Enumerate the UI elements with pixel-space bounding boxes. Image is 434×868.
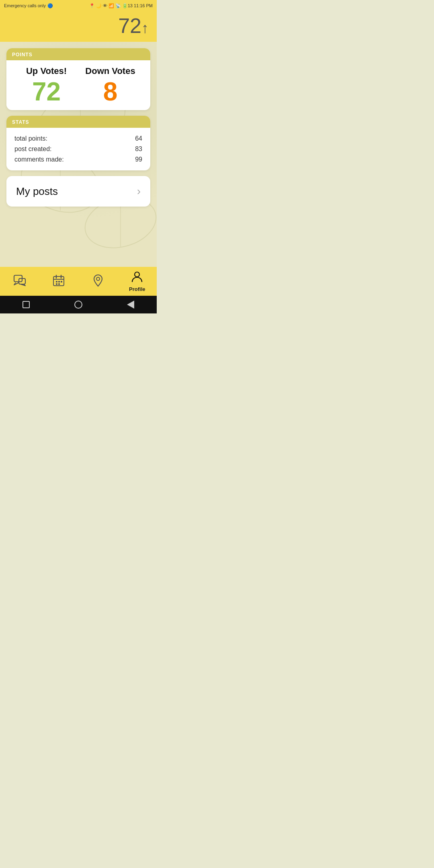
stats-card-body: total points: 64 post created: 83 commen… <box>6 128 150 170</box>
main-content: POINTS Up Votes! 72 Down Votes 8 STATS t… <box>0 42 157 267</box>
stat-value-0: 64 <box>135 135 142 142</box>
emergency-text: Emergency calls only <box>4 3 46 8</box>
downvotes-section: Down Votes 8 <box>78 66 142 104</box>
score-value: 72 <box>118 14 141 37</box>
battery-icon: 🔋13 <box>122 3 133 8</box>
points-card-body: Up Votes! 72 Down Votes 8 <box>6 60 150 110</box>
svg-point-17 <box>96 277 100 280</box>
stat-row-1: post created: 83 <box>14 144 142 154</box>
status-bar: Emergency calls only 🔵 📍 🌙 👁 📶 📡 🔋13 11:… <box>0 0 157 11</box>
moon-icon: 🌙 <box>96 3 102 8</box>
stat-row-2: comments made: 99 <box>14 154 142 165</box>
nav-item-chat[interactable] <box>0 274 39 289</box>
stat-label-0: total points: <box>14 135 47 142</box>
profile-nav-label: Profile <box>129 286 145 292</box>
back-button[interactable] <box>125 299 136 310</box>
downvotes-value: 8 <box>78 79 142 104</box>
my-posts-card-body[interactable]: My posts › <box>6 176 150 207</box>
stat-label-1: post created: <box>14 145 52 153</box>
my-posts-card[interactable]: My posts › <box>6 176 150 207</box>
header: 72↑ <box>0 11 157 42</box>
header-score: 72↑ <box>8 15 149 36</box>
bottom-nav: Profile <box>0 267 157 296</box>
stat-label-2: comments made: <box>14 156 64 163</box>
time-display: 11:16 PM <box>134 3 153 8</box>
system-nav <box>0 296 157 313</box>
svg-rect-13 <box>58 281 60 283</box>
svg-rect-12 <box>56 281 57 283</box>
stat-row-0: total points: 64 <box>14 133 142 144</box>
points-card-header: POINTS <box>6 48 150 60</box>
chat-icon <box>13 274 26 289</box>
downvotes-label: Down Votes <box>78 66 142 76</box>
stat-value-1: 83 <box>135 145 142 153</box>
score-arrow: ↑ <box>141 20 149 36</box>
upvotes-value: 72 <box>14 79 78 104</box>
chevron-right-icon: › <box>137 185 141 198</box>
eye-icon: 👁 <box>103 3 107 8</box>
recent-apps-button[interactable] <box>20 299 32 310</box>
calendar-icon <box>53 274 65 289</box>
points-label: POINTS <box>12 52 33 57</box>
messenger-icon: 🔵 <box>47 3 53 8</box>
wifi-icon: 📶 <box>108 3 114 8</box>
stat-value-2: 99 <box>135 156 142 163</box>
profile-icon <box>131 270 143 285</box>
nav-item-location[interactable] <box>78 274 118 289</box>
svg-point-18 <box>135 272 139 277</box>
home-button[interactable] <box>73 299 84 310</box>
stats-card-header: STATS <box>6 116 150 128</box>
location-icon: 📍 <box>89 3 95 8</box>
stats-label: STATS <box>12 119 29 125</box>
signal-icon: 📡 <box>115 3 121 8</box>
my-posts-label: My posts <box>16 185 58 198</box>
svg-rect-16 <box>58 283 60 285</box>
points-card: POINTS Up Votes! 72 Down Votes 8 <box>6 48 150 110</box>
upvotes-section: Up Votes! 72 <box>14 66 78 104</box>
nav-item-profile[interactable]: Profile <box>118 270 157 292</box>
status-right: 📍 🌙 👁 📶 📡 🔋13 11:16 PM <box>89 3 153 8</box>
svg-rect-15 <box>56 283 57 285</box>
status-left: Emergency calls only 🔵 <box>4 3 53 8</box>
location-pin-icon <box>92 274 104 289</box>
svg-rect-14 <box>61 281 62 283</box>
upvotes-label: Up Votes! <box>14 66 78 76</box>
nav-item-calendar[interactable] <box>39 274 79 289</box>
stats-card: STATS total points: 64 post created: 83 … <box>6 116 150 170</box>
